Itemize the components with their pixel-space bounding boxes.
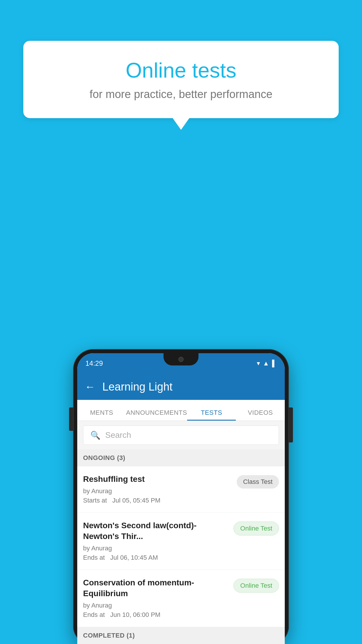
- test-info-reshuffling: Reshuffling test by Anurag Starts at Jul…: [83, 474, 232, 504]
- phone-screen: 14:29 ▾ ▲ ▌ ← Learning Light MENTS ANNOU…: [77, 353, 285, 644]
- test-time-newton: Ends at Jul 06, 10:45 AM: [83, 554, 229, 561]
- test-by-reshuffling: by Anurag: [83, 487, 232, 495]
- search-bar[interactable]: 🔍 Search: [83, 426, 279, 445]
- signal-icon: ▲: [263, 360, 269, 367]
- tab-ments[interactable]: MENTS: [77, 409, 126, 421]
- tab-videos[interactable]: VIDEOS: [236, 409, 285, 421]
- notch: [164, 353, 198, 365]
- status-icons: ▾ ▲ ▌: [257, 360, 277, 367]
- status-time: 14:29: [85, 359, 103, 368]
- speech-bubble-title: Online tests: [47, 58, 315, 82]
- app-bar: ← Learning Light: [77, 374, 285, 400]
- test-item-reshuffling[interactable]: Reshuffling test by Anurag Starts at Jul…: [77, 466, 285, 513]
- badge-class-reshuffling: Class Test: [237, 475, 279, 489]
- test-by-newton: by Anurag: [83, 545, 229, 552]
- test-info-conservation: Conservation of momentum-Equilibrium by …: [83, 578, 229, 619]
- test-item-newton[interactable]: Newton's Second law(contd)-Newton's Thir…: [77, 513, 285, 570]
- test-by-conservation: by Anurag: [83, 602, 229, 609]
- camera-dot: [178, 357, 184, 362]
- status-bar: 14:29 ▾ ▲ ▌: [77, 353, 285, 374]
- test-time-reshuffling: Starts at Jul 05, 05:45 PM: [83, 497, 232, 504]
- test-name-conservation: Conservation of momentum-Equilibrium: [83, 578, 229, 599]
- tabs-bar: MENTS ANNOUNCEMENTS TESTS VIDEOS: [77, 400, 285, 421]
- ongoing-section-header: ONGOING (3): [77, 449, 285, 466]
- wifi-icon: ▾: [257, 360, 260, 367]
- tab-announcements[interactable]: ANNOUNCEMENTS: [126, 409, 187, 421]
- tab-tests[interactable]: TESTS: [187, 409, 236, 421]
- back-button[interactable]: ←: [85, 381, 95, 393]
- speech-bubble: Online tests for more practice, better p…: [23, 41, 339, 118]
- phone-outer: 14:29 ▾ ▲ ▌ ← Learning Light MENTS ANNOU…: [73, 349, 289, 644]
- speech-bubble-subtitle: for more practice, better performance: [47, 88, 315, 101]
- app-title: Learning Light: [102, 381, 173, 393]
- test-item-conservation[interactable]: Conservation of momentum-Equilibrium by …: [77, 570, 285, 627]
- test-name-newton: Newton's Second law(contd)-Newton's Thir…: [83, 520, 229, 542]
- search-icon: 🔍: [90, 430, 101, 440]
- speech-bubble-container: Online tests for more practice, better p…: [23, 41, 339, 118]
- test-time-conservation: Ends at Jun 10, 06:00 PM: [83, 611, 229, 619]
- badge-online-newton: Online Test: [233, 522, 279, 536]
- badge-online-conservation: Online Test: [233, 579, 279, 593]
- completed-section-header: COMPLETED (1): [77, 627, 285, 644]
- search-placeholder: Search: [105, 430, 131, 440]
- battery-icon: ▌: [272, 360, 277, 367]
- phone-wrapper: 14:29 ▾ ▲ ▌ ← Learning Light MENTS ANNOU…: [73, 349, 289, 644]
- test-name-reshuffling: Reshuffling test: [83, 474, 232, 484]
- search-container: 🔍 Search: [77, 421, 285, 449]
- test-info-newton: Newton's Second law(contd)-Newton's Thir…: [83, 520, 229, 561]
